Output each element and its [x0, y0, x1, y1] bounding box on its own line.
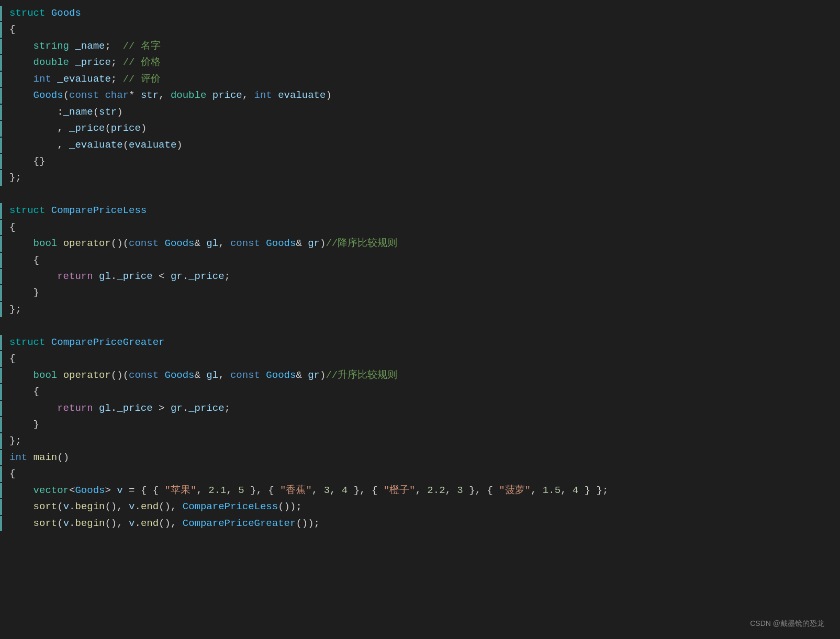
line-border: [0, 55, 2, 70]
line-empty-2: [0, 318, 840, 334]
line-open-greater: {: [0, 351, 840, 367]
line-border: [0, 269, 2, 284]
line-sort-less: sort(v.begin(), v.end(), ComparePriceLes…: [0, 499, 840, 515]
line-bool-op-greater: bool operator()(const Goods& gl, const G…: [0, 367, 840, 384]
code-text: }: [4, 285, 39, 300]
line-border: [0, 335, 2, 350]
line-int-evaluate: int _evaluate; // 评价: [0, 71, 840, 87]
line-open-main: {: [0, 466, 840, 482]
watermark: CSDN @戴墨镜的恐龙: [750, 619, 824, 629]
code-text: :_name(str): [4, 105, 123, 120]
line-border: [0, 154, 2, 169]
line-close-less-body: }: [0, 285, 840, 301]
line-bool-op-less: bool operator()(const Goods& gl, const G…: [0, 236, 840, 252]
code-text: [4, 187, 15, 202]
code-text: };: [4, 433, 21, 449]
code-text: double _price; // 价格: [4, 55, 161, 70]
line-border: [0, 302, 2, 317]
line-struct-goods: struct Goods: [0, 5, 840, 21]
line-border: [0, 6, 2, 21]
line-string-name: string _name; // 名字: [0, 38, 840, 54]
code-text: vector<Goods> v = { { "苹果", 2.1, 5 }, { …: [4, 483, 608, 498]
line-border: [0, 384, 2, 399]
line-vector-init: vector<Goods> v = { { "苹果", 2.1, 5 }, { …: [0, 483, 840, 499]
code-text: return gl._price < gr._price;: [4, 269, 230, 284]
line-open-brace: {: [0, 21, 840, 38]
line-border: [0, 203, 2, 218]
line-border: [0, 499, 2, 514]
code-text: struct ComparePriceLess: [4, 203, 147, 218]
line-price-init: , _price(price): [0, 120, 840, 137]
line-name-init: :_name(str): [0, 104, 840, 120]
code-text: string _name; // 名字: [4, 39, 161, 54]
code-text: , _evaluate(evaluate): [4, 138, 183, 153]
line-border: [0, 368, 2, 383]
line-close-goods: };: [0, 170, 840, 186]
code-text: {: [4, 22, 15, 37]
line-close-greater: };: [0, 433, 840, 449]
line-border: [0, 450, 2, 465]
line-border: [0, 253, 2, 268]
line-border: [0, 170, 2, 185]
line-border: [0, 72, 2, 87]
code-text: int _evaluate; // 评价: [4, 72, 161, 87]
code-text: {: [4, 466, 15, 481]
code-text: {}: [4, 154, 45, 169]
code-text: }: [4, 417, 39, 432]
line-return-greater: return gl._price > gr._price;: [0, 400, 840, 417]
line-border: [0, 220, 2, 235]
line-return-less: return gl._price < gr._price;: [0, 268, 840, 285]
code-text: {: [4, 384, 39, 399]
line-border: [0, 466, 2, 481]
code-text: sort(v.begin(), v.end(), ComparePriceLes…: [4, 499, 302, 514]
line-border: [0, 236, 2, 251]
code-text: };: [4, 170, 21, 185]
line-border: [0, 401, 2, 416]
line-close-greater-body: }: [0, 417, 840, 433]
line-border: [0, 285, 2, 300]
code-container: struct Goods { string _name; // 名字 doubl…: [0, 0, 840, 639]
code-text: return gl._price > gr._price;: [4, 401, 230, 416]
line-empty-braces: {}: [0, 153, 840, 170]
line-int-main: int main(): [0, 450, 840, 466]
line-sort-greater: sort(v.begin(), v.end(), ComparePriceGre…: [0, 515, 840, 532]
code-text: Goods(const char* str, double price, int…: [4, 88, 332, 103]
line-empty-1: [0, 186, 840, 203]
code-text: };: [4, 302, 21, 317]
line-border: [0, 417, 2, 432]
line-border: [0, 22, 2, 37]
line-struct-less: struct ComparePriceLess: [0, 203, 840, 219]
code-text: [4, 318, 15, 333]
line-open-less-body: {: [0, 252, 840, 268]
line-border: [0, 121, 2, 136]
line-goods-constructor: Goods(const char* str, double price, int…: [0, 87, 840, 104]
code-text: int main(): [4, 450, 69, 465]
line-border: [0, 483, 2, 498]
line-evaluate-init: , _evaluate(evaluate): [0, 137, 840, 153]
line-border: [0, 433, 2, 449]
line-border: [0, 138, 2, 153]
line-open-less: {: [0, 219, 840, 236]
line-struct-greater: struct ComparePriceGreater: [0, 334, 840, 351]
code-text: struct ComparePriceGreater: [4, 335, 164, 350]
code-text: sort(v.begin(), v.end(), ComparePriceGre…: [4, 516, 320, 531]
code-text: , _price(price): [4, 121, 147, 136]
line-border: [0, 105, 2, 120]
code-text: {: [4, 220, 15, 235]
code-text: {: [4, 253, 39, 268]
line-border: [0, 88, 2, 103]
line-border: [0, 351, 2, 366]
line-border: [0, 39, 2, 54]
code-text: bool operator()(const Goods& gl, const G…: [4, 368, 397, 383]
code-text: bool operator()(const Goods& gl, const G…: [4, 236, 397, 251]
line-close-less: };: [0, 301, 840, 318]
line-double-price: double _price; // 价格: [0, 54, 840, 71]
line-border: [0, 516, 2, 531]
code-text: struct Goods: [4, 6, 81, 21]
code-text: {: [4, 351, 15, 366]
line-open-greater-body: {: [0, 384, 840, 400]
